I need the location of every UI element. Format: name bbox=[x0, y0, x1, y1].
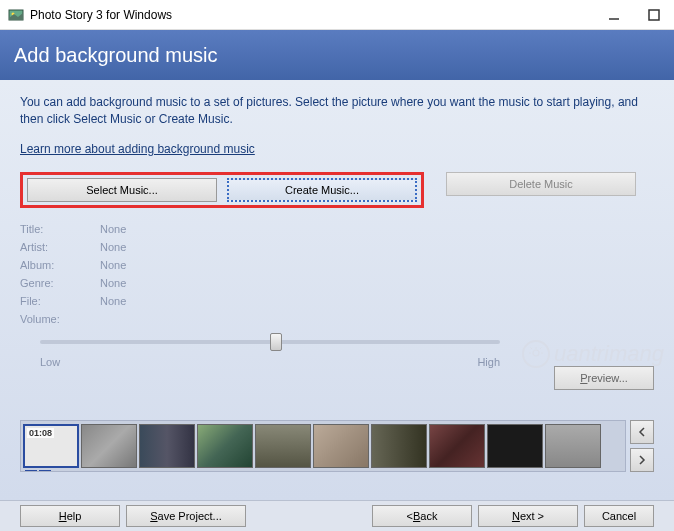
window-controls bbox=[602, 3, 666, 27]
create-music-button[interactable]: Create Music... bbox=[227, 178, 417, 202]
thumbnail[interactable] bbox=[197, 424, 253, 468]
delete-music-button: Delete Music bbox=[446, 172, 636, 196]
speech-icon bbox=[25, 470, 37, 472]
app-icon bbox=[8, 7, 24, 23]
thumbnail-time: 01:08 bbox=[27, 428, 54, 438]
thumbnail[interactable] bbox=[81, 424, 137, 468]
next-button[interactable]: Next > bbox=[478, 505, 578, 527]
meta-title-label: Title: bbox=[20, 223, 100, 235]
page-header: Add background music bbox=[0, 30, 674, 80]
bottom-bar: Help Save Project... < Back Next > Cance… bbox=[0, 500, 674, 531]
titlebar: Photo Story 3 for Windows bbox=[0, 0, 674, 30]
window-title: Photo Story 3 for Windows bbox=[30, 8, 602, 22]
volume-slider[interactable] bbox=[40, 340, 500, 344]
thumbnail[interactable] bbox=[371, 424, 427, 468]
learn-more-link[interactable]: Learn more about adding background music bbox=[20, 142, 255, 156]
preview-button[interactable]: Preview... bbox=[554, 366, 654, 390]
thumbnail[interactable] bbox=[429, 424, 485, 468]
svg-line-8 bbox=[540, 348, 542, 350]
filmstrip-area: 01:08 bbox=[20, 414, 654, 478]
slider-low-label: Low bbox=[40, 356, 60, 368]
volume-slider-thumb[interactable] bbox=[270, 333, 282, 351]
meta-volume-label: Volume: bbox=[20, 313, 100, 325]
music-button-row: Select Music... Create Music... Delete M… bbox=[20, 172, 654, 208]
thumbnail[interactable] bbox=[487, 424, 543, 468]
maximize-button[interactable] bbox=[642, 3, 666, 27]
thumbnail[interactable] bbox=[139, 424, 195, 468]
cancel-button[interactable]: Cancel bbox=[584, 505, 654, 527]
svg-rect-3 bbox=[649, 10, 659, 20]
minimize-button[interactable] bbox=[602, 3, 626, 27]
meta-album-label: Album: bbox=[20, 259, 100, 271]
meta-album-value: None bbox=[100, 259, 126, 271]
music-metadata: Title:None Artist:None Album:None Genre:… bbox=[20, 220, 654, 328]
back-button[interactable]: < Back bbox=[372, 505, 472, 527]
thumbnail-selected[interactable]: 01:08 bbox=[23, 424, 79, 468]
help-button[interactable]: Help bbox=[20, 505, 120, 527]
slider-high-label: High bbox=[477, 356, 500, 368]
svg-line-9 bbox=[530, 348, 532, 350]
meta-genre-value: None bbox=[100, 277, 126, 289]
meta-genre-label: Genre: bbox=[20, 277, 100, 289]
meta-file-value: None bbox=[100, 295, 126, 307]
meta-file-label: File: bbox=[20, 295, 100, 307]
thumbnail[interactable] bbox=[313, 424, 369, 468]
content-area: You can add background music to a set of… bbox=[0, 80, 674, 500]
meta-title-value: None bbox=[100, 223, 126, 235]
svg-point-4 bbox=[533, 350, 539, 356]
lightbulb-icon bbox=[522, 340, 550, 368]
effect-icon bbox=[39, 470, 51, 472]
volume-slider-area: Low High bbox=[20, 340, 520, 368]
meta-artist-label: Artist: bbox=[20, 241, 100, 253]
scroll-left-button[interactable] bbox=[630, 420, 654, 444]
filmstrip-controls bbox=[630, 420, 654, 472]
save-project-button[interactable]: Save Project... bbox=[126, 505, 246, 527]
select-music-button[interactable]: Select Music... bbox=[27, 178, 217, 202]
thumbnail[interactable] bbox=[255, 424, 311, 468]
highlighted-buttons: Select Music... Create Music... bbox=[20, 172, 424, 208]
filmstrip[interactable]: 01:08 bbox=[20, 420, 626, 472]
watermark: uantrimang bbox=[522, 340, 664, 368]
thumbnail[interactable] bbox=[545, 424, 601, 468]
page-title: Add background music bbox=[14, 44, 217, 67]
scroll-right-button[interactable] bbox=[630, 448, 654, 472]
description-text: You can add background music to a set of… bbox=[20, 94, 654, 128]
meta-artist-value: None bbox=[100, 241, 126, 253]
